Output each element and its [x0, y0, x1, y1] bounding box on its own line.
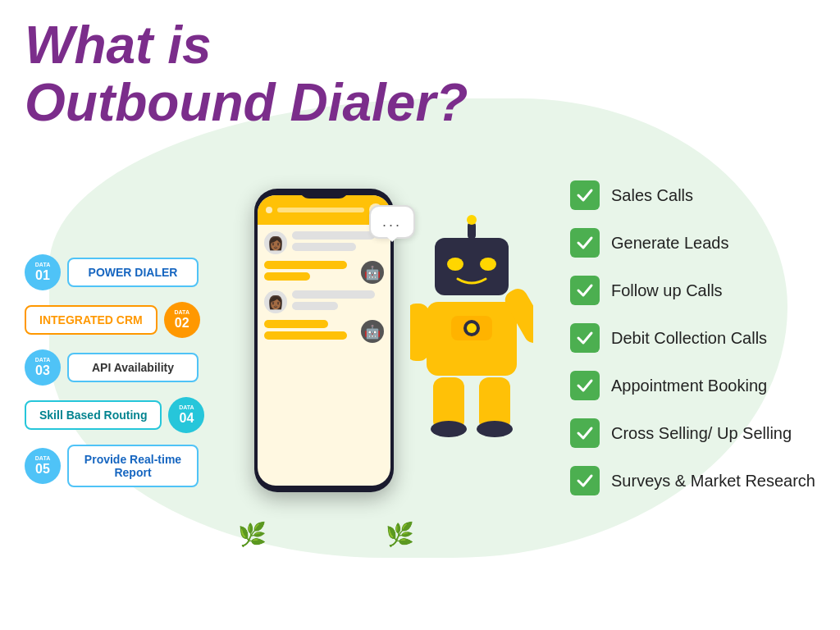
list-item: DATA 03 API Availability	[25, 349, 204, 386]
svg-rect-9	[410, 304, 429, 361]
chat-row: 👩🏾	[264, 231, 384, 254]
check-label: Follow up Calls	[611, 281, 723, 300]
check-item: Sales Calls	[570, 180, 815, 210]
checkmark-icon	[576, 186, 594, 204]
check-icon	[570, 276, 600, 305]
svg-point-2	[480, 258, 496, 271]
check-icon	[570, 418, 600, 448]
data-label-1: POWER DIALER	[67, 258, 199, 287]
checkmark-icon	[576, 281, 594, 299]
chat-avatar: 👩🏾	[264, 231, 287, 254]
chat-bubble	[264, 272, 310, 281]
header-dot	[266, 207, 272, 213]
check-label: Appointment Booking	[611, 377, 767, 395]
check-item: Generate Leads	[570, 228, 815, 258]
data-label-4: Skill Based Routing	[25, 400, 162, 430]
check-icon	[570, 180, 600, 210]
check-icon	[570, 466, 600, 495]
check-icon	[570, 371, 600, 400]
svg-point-8	[467, 323, 477, 333]
chat-bubbles	[264, 320, 356, 340]
svg-point-14	[477, 421, 513, 437]
check-icon	[570, 323, 600, 353]
check-item: Follow up Calls	[570, 276, 815, 305]
svg-point-1	[447, 258, 463, 271]
list-item: INTEGRATED CRM DATA 02	[25, 302, 204, 338]
chat-bubble	[292, 231, 375, 240]
chat-row: 🤖	[264, 320, 384, 343]
speech-bubble: ...	[369, 205, 415, 239]
left-column: DATA 01 POWER DIALER INTEGRATED CRM DATA…	[25, 254, 204, 487]
check-label: Debit Collection Calls	[611, 329, 767, 348]
check-icon	[570, 228, 600, 258]
data-badge-3: DATA 03	[25, 349, 61, 386]
chat-area: 👩🏾 🤖 👩🏾	[258, 225, 390, 349]
checkmark-icon	[576, 329, 594, 347]
svg-rect-0	[435, 238, 509, 295]
chat-bubbles	[292, 290, 384, 310]
check-label: Surveys & Market Research	[611, 472, 815, 491]
check-label: Sales Calls	[611, 186, 693, 205]
check-item: Cross Selling/ Up Selling	[570, 418, 815, 448]
data-badge-2: DATA 02	[164, 302, 200, 338]
chat-avatar-robot: 🤖	[361, 320, 384, 343]
checkmark-icon	[576, 472, 594, 490]
chat-bubbles	[264, 261, 356, 281]
svg-point-4	[467, 215, 477, 225]
check-item: Debit Collection Calls	[570, 323, 815, 353]
chat-bubble	[264, 331, 347, 340]
list-item: DATA 01 POWER DIALER	[25, 254, 204, 290]
chat-bubble	[292, 243, 356, 251]
data-label-5: Provide Real-timeReport	[67, 445, 199, 487]
check-label: Cross Selling/ Up Selling	[611, 424, 792, 443]
data-badge-1: DATA 01	[25, 254, 61, 290]
chat-bubble	[292, 302, 338, 310]
list-item: Skill Based Routing DATA 04	[25, 397, 204, 433]
data-label-2: INTEGRATED CRM	[25, 305, 158, 335]
phone-notch	[299, 189, 349, 199]
checkmark-icon	[576, 377, 594, 395]
header-bar	[277, 208, 364, 212]
chat-bubble	[264, 320, 328, 328]
checkmark-icon	[576, 234, 594, 252]
chat-avatar-robot: 🤖	[361, 261, 384, 284]
list-item: DATA 05 Provide Real-timeReport	[25, 445, 204, 487]
robot-body: ...	[410, 213, 541, 459]
title-line2: Outbound Dialer?	[25, 74, 468, 131]
check-label: Generate Leads	[611, 234, 728, 253]
checkmark-icon	[576, 424, 594, 442]
data-label-3: API Availability	[67, 353, 199, 382]
phone-screen: ⋮ 👩🏾 🤖	[258, 195, 390, 486]
chat-row: 🤖	[264, 261, 384, 284]
plant-decoration-right: 🌿	[386, 521, 414, 548]
robot-illustration: ...	[410, 213, 541, 459]
main-title: What is Outbound Dialer?	[25, 16, 468, 132]
data-badge-5: DATA 05	[25, 448, 61, 484]
title-line1: What is	[25, 16, 468, 74]
chat-avatar: 👩🏾	[264, 290, 287, 313]
chat-bubble	[264, 261, 347, 269]
check-item: Surveys & Market Research	[570, 466, 815, 495]
chat-row: 👩🏾	[264, 290, 384, 313]
plant-decoration-left: 🌿	[238, 521, 267, 548]
svg-point-13	[431, 421, 467, 437]
chat-bubble	[292, 290, 375, 299]
right-column-checklist: Sales Calls Generate Leads Follow up Cal…	[570, 180, 815, 495]
check-item: Appointment Booking	[570, 371, 815, 400]
data-badge-4: DATA 04	[168, 397, 204, 433]
robot-svg	[410, 213, 533, 443]
